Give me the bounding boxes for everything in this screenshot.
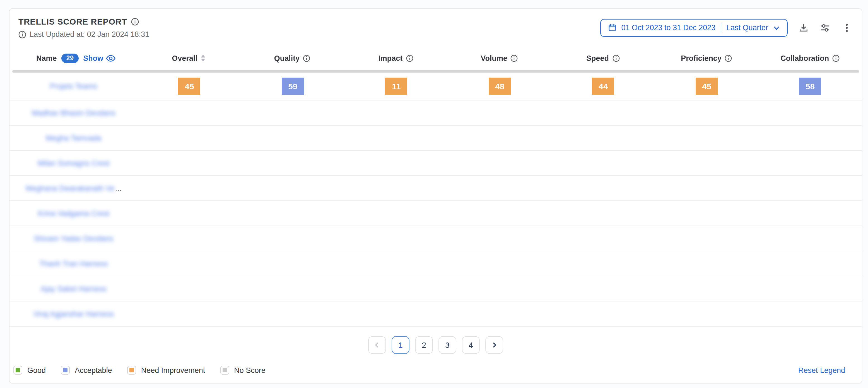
- name-cell: Ajay Saket Harness: [9, 285, 137, 293]
- trellis-score-report-card: TRELLIS SCORE REPORT Last Updated at: 02…: [9, 8, 862, 384]
- score-badge: 48: [489, 78, 511, 95]
- next-page-button[interactable]: [485, 336, 503, 354]
- row-name-link[interactable]: Shivam Yadav Devdans: [34, 234, 114, 243]
- legend-label: Good: [27, 366, 46, 374]
- table-body: Projets Teams45591148444558Madhav Bhasin…: [9, 72, 862, 327]
- row-name-link[interactable]: Krina Vadgama Crest: [38, 209, 109, 217]
- sliders-icon[interactable]: [819, 22, 831, 34]
- row-name-link[interactable]: Projets Teams: [50, 82, 97, 90]
- table-row: Viraj Agjanshar Harness: [9, 301, 862, 327]
- row-name-link[interactable]: Meghana Dwarakanath Ve: [26, 184, 114, 192]
- info-icon[interactable]: [612, 54, 619, 62]
- pagination: 1234: [9, 336, 862, 354]
- page-button-2[interactable]: 2: [415, 336, 433, 354]
- name-cell: Viraj Agjanshar Harness: [9, 309, 137, 318]
- row-name-link[interactable]: Milan Somagns Crest: [38, 159, 110, 167]
- row-name-link[interactable]: Madhav Bhasin Devdans: [32, 109, 116, 117]
- legend-label: Need Improvement: [141, 366, 205, 374]
- column-header-volume: Volume: [448, 54, 551, 62]
- row-count-badge: 29: [61, 53, 79, 63]
- column-header-name: Name 29 Show: [9, 53, 137, 63]
- legend-color-swatch: [129, 368, 134, 372]
- info-icon[interactable]: [725, 54, 732, 62]
- score-cell: 44: [551, 78, 655, 95]
- last-updated-text: Last Updated at: 02 Jan 2024 18:31: [30, 30, 149, 38]
- show-label: Show: [83, 54, 103, 62]
- kebab-menu-icon[interactable]: [841, 22, 853, 34]
- name-cell: Projets Teams: [9, 82, 137, 90]
- row-name-link[interactable]: Viraj Agjanshar Harness: [33, 309, 114, 318]
- date-preset-text: Last Quarter: [726, 24, 768, 32]
- legend: GoodAcceptableNeed ImprovementNo Score: [13, 366, 266, 375]
- info-icon[interactable]: [406, 54, 413, 62]
- reset-legend-link[interactable]: Reset Legend: [798, 366, 845, 374]
- legend-color-swatch: [63, 368, 67, 372]
- sort-up-arrow: [201, 55, 205, 58]
- table-row: Megha Tamvada: [9, 126, 862, 151]
- legend-checkbox[interactable]: [127, 366, 136, 375]
- name-cell: Madhav Bhasin Devdans: [9, 109, 137, 117]
- download-icon[interactable]: [797, 22, 809, 34]
- row-name-link[interactable]: Ajay Saket Harness: [40, 285, 106, 293]
- footer: GoodAcceptableNeed ImprovementNo Score R…: [9, 366, 862, 375]
- name-cell: Milan Somagns Crest: [9, 159, 137, 167]
- legend-item-need[interactable]: Need Improvement: [127, 366, 205, 375]
- header-divider: [12, 70, 859, 72]
- score-cell: 48: [448, 78, 551, 95]
- column-header-label: Quality: [274, 54, 300, 62]
- last-updated-info-icon[interactable]: [19, 30, 26, 38]
- column-header-impact: Impact: [344, 54, 447, 62]
- name-header-label: Name: [36, 54, 57, 62]
- row-name-link[interactable]: Megha Tamvada: [46, 134, 101, 142]
- score-badge: 44: [592, 78, 615, 95]
- column-header-label: Proficiency: [681, 54, 721, 62]
- legend-item-good[interactable]: Good: [13, 366, 46, 375]
- prev-page-button[interactable]: [368, 336, 386, 354]
- info-icon[interactable]: [303, 54, 310, 62]
- calendar-icon: [608, 24, 616, 32]
- score-cell: 11: [344, 78, 448, 95]
- name-cell: Krina Vadgama Crest: [9, 209, 137, 217]
- info-icon[interactable]: [832, 54, 840, 62]
- legend-color-swatch: [222, 368, 227, 372]
- chevron-down-icon: [773, 24, 780, 31]
- score-cell: 45: [137, 78, 241, 95]
- sort-icon[interactable]: [201, 55, 205, 61]
- score-badge: 11: [385, 78, 407, 95]
- score-badge: 45: [695, 78, 718, 95]
- column-header-label: Speed: [586, 54, 609, 62]
- report-header: TRELLIS SCORE REPORT Last Updated at: 02…: [9, 17, 862, 38]
- score-badge: 58: [799, 78, 822, 95]
- date-range-picker[interactable]: 01 Oct 2023 to 31 Dec 2023 Last Quarter: [600, 19, 788, 36]
- table-row: Ajay Saket Harness: [9, 276, 862, 301]
- table-row: Projets Teams45591148444558: [9, 72, 862, 100]
- legend-checkbox[interactable]: [220, 366, 229, 375]
- name-cell: Thanh Tran Harness: [9, 259, 137, 268]
- table-row: Krina Vadgama Crest: [9, 201, 862, 226]
- info-icon[interactable]: [511, 54, 518, 62]
- metric-headers: OverallQualityImpactVolumeSpeedProficien…: [137, 54, 862, 62]
- row-name-link[interactable]: Thanh Tran Harness: [39, 259, 108, 268]
- page-button-1[interactable]: 1: [392, 336, 409, 354]
- legend-checkbox[interactable]: [13, 366, 22, 375]
- legend-item-na[interactable]: No Score: [220, 366, 266, 375]
- name-cell: Megha Tamvada: [9, 134, 137, 142]
- legend-checkbox[interactable]: [61, 366, 70, 375]
- table-row: Madhav Bhasin Devdans: [9, 100, 862, 126]
- column-header-label: Collaboration: [780, 54, 829, 62]
- page-button-4[interactable]: 4: [462, 336, 480, 354]
- column-header-proficiency: Proficiency: [655, 54, 758, 62]
- sort-down-arrow: [201, 59, 205, 61]
- legend-item-acceptable[interactable]: Acceptable: [61, 366, 112, 375]
- table-row: Meghana Dwarakanath Ve...: [9, 176, 862, 201]
- page-button-3[interactable]: 3: [438, 336, 456, 354]
- column-header-overall: Overall: [137, 54, 240, 62]
- score-cell: 58: [758, 78, 862, 95]
- show-names-button[interactable]: Show: [83, 54, 116, 62]
- date-range-text: 01 Oct 2023 to 31 Dec 2023: [621, 24, 715, 32]
- table-row: Shivam Yadav Devdans: [9, 226, 862, 251]
- score-cell: 45: [655, 78, 758, 95]
- title-info-icon[interactable]: [131, 18, 138, 25]
- eye-icon: [106, 54, 116, 62]
- name-cell: Shivam Yadav Devdans: [9, 234, 137, 243]
